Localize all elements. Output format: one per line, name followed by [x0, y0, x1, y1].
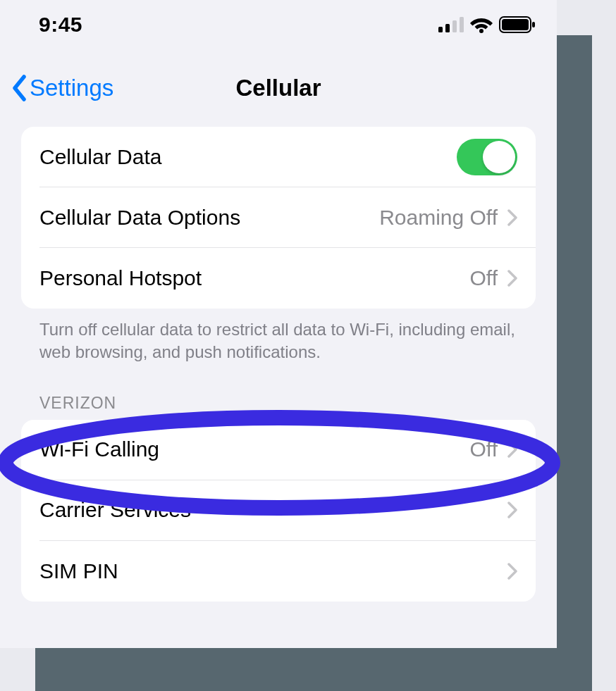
personal-hotspot-value: Off: [470, 266, 498, 290]
chevron-right-icon: [507, 502, 517, 518]
cellular-group: Cellular Data Cellular Data Options Roam…: [21, 127, 536, 309]
svg-rect-7: [532, 22, 535, 27]
cellular-data-options-label: Cellular Data Options: [39, 206, 379, 230]
cellular-group-footer: Turn off cellular data to restrict all d…: [21, 309, 536, 364]
wifi-calling-row[interactable]: Wi-Fi Calling Off: [39, 420, 536, 480]
status-bar: 9:45: [0, 0, 557, 49]
settings-content: Cellular Data Cellular Data Options Roam…: [0, 127, 557, 602]
svg-rect-3: [460, 17, 464, 32]
cellular-data-label: Cellular Data: [39, 145, 457, 169]
svg-rect-1: [445, 24, 450, 32]
status-icons: [438, 16, 536, 33]
wifi-icon: [469, 16, 493, 33]
cellular-signal-icon: [438, 17, 464, 32]
carrier-services-label: Carrier Services: [39, 498, 498, 522]
cellular-data-options-value: Roaming Off: [379, 206, 498, 230]
chevron-right-icon: [507, 563, 517, 580]
wifi-calling-label: Wi-Fi Calling: [39, 437, 470, 461]
wifi-calling-value: Off: [470, 437, 498, 461]
chevron-right-icon: [507, 441, 517, 458]
personal-hotspot-label: Personal Hotspot: [39, 266, 470, 290]
cellular-data-options-row[interactable]: Cellular Data Options Roaming Off: [39, 187, 536, 248]
carrier-group: Wi-Fi Calling Off Carrier Services SIM P…: [21, 420, 536, 602]
back-button[interactable]: Settings: [0, 75, 113, 101]
phone-screen: 9:45: [0, 0, 557, 648]
sim-pin-label: SIM PIN: [39, 559, 498, 583]
cellular-data-toggle[interactable]: [457, 139, 517, 175]
back-label: Settings: [30, 75, 113, 101]
chevron-left-icon: [11, 75, 27, 101]
chevron-right-icon: [507, 270, 517, 287]
toggle-knob: [483, 141, 515, 173]
battery-icon: [499, 16, 536, 33]
status-time: 9:45: [39, 13, 82, 37]
cellular-data-row[interactable]: Cellular Data: [39, 127, 536, 187]
svg-rect-2: [452, 20, 457, 32]
svg-rect-0: [438, 27, 443, 32]
carrier-section-header: VERIZON: [21, 364, 536, 420]
svg-point-4: [479, 29, 483, 33]
sim-pin-row[interactable]: SIM PIN: [39, 541, 536, 602]
navigation-header: Settings Cellular: [0, 49, 557, 127]
carrier-services-row[interactable]: Carrier Services: [39, 480, 536, 541]
personal-hotspot-row[interactable]: Personal Hotspot Off: [39, 248, 536, 309]
svg-rect-6: [502, 19, 529, 30]
chevron-right-icon: [507, 209, 517, 226]
